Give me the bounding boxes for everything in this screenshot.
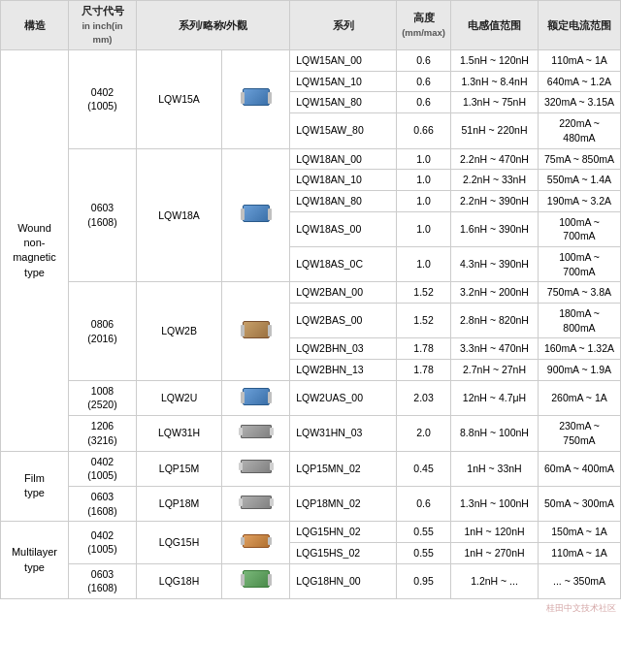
part-name-cell: LQW2BHN_03 [290, 338, 397, 360]
chip-image-cell [222, 50, 290, 148]
height-cell: 1.52 [397, 304, 451, 338]
height-cell: 0.55 [397, 522, 451, 543]
table-row: 0806 (2016)LQW2BLQW2BAN_001.523.2nH ~ 20… [1, 282, 621, 304]
chip-image-cell [222, 380, 290, 415]
inductance-cell: 2.2nH ~ 33nH [451, 170, 539, 191]
part-name-cell: LQP18MN_02 [290, 486, 397, 521]
chip-icon-blue [243, 388, 270, 405]
height-cell: 1.52 [397, 282, 451, 304]
current-cell: 160mA ~ 1.32A [539, 338, 621, 360]
current-cell: 230mA ~ 750mA [539, 416, 621, 451]
chip-image-cell [222, 282, 290, 380]
header-size-line2: in inch(in mm) [82, 20, 122, 46]
series-name-cell: LQG15H [137, 522, 222, 563]
current-cell: 640mA ~ 1.2A [539, 71, 621, 92]
part-name-cell: LQP15MN_02 [290, 451, 397, 486]
chip-image-cell [222, 416, 290, 451]
inductance-cell: 2.2nH ~ 390nH [451, 190, 539, 211]
current-cell: 260mA ~ 1A [539, 380, 621, 415]
table-row: 1206 (3216)LQW31HLQW31HN_032.08.8nH ~ 10… [1, 416, 621, 451]
header-category: 構造 [1, 1, 69, 50]
current-cell: 110mA ~ 1A [539, 542, 621, 563]
header-height-line2: (mm/max) [402, 27, 445, 38]
inductance-cell: 2.2nH ~ 470nH [451, 148, 539, 170]
chip-icon-orange [243, 534, 270, 548]
current-cell: 110mA ~ 1A [539, 50, 621, 72]
height-cell: 0.45 [397, 451, 451, 486]
size-cell: 0806 (2016) [69, 282, 137, 380]
part-name-cell: LQW2BHN_13 [290, 360, 397, 381]
current-cell: 100mA ~ 700mA [539, 211, 621, 246]
size-cell: 0603 (1608) [69, 148, 137, 282]
current-cell: 60mA ~ 400mA [539, 451, 621, 486]
series-name-cell: LQW31H [137, 416, 222, 451]
series-name-cell: LQW18A [137, 148, 222, 282]
inductance-cell: 3.2nH ~ 200nH [451, 282, 539, 304]
table-row: Wound non-magnetic type0402 (1005)LQW15A… [1, 50, 621, 72]
inductance-cell: 3.3nH ~ 470nH [451, 338, 539, 360]
size-cell: 0402 (1005) [69, 50, 137, 148]
chip-icon-blue [243, 205, 270, 222]
chip-icon-brown [243, 321, 270, 338]
current-cell: 550mA ~ 1.4A [539, 170, 621, 191]
series-name-cell: LQW2B [137, 282, 222, 380]
part-name-cell: LQG15HN_02 [290, 522, 397, 543]
chip-image-cell [222, 522, 290, 563]
inductance-cell: 4.3nH ~ 390nH [451, 246, 539, 281]
current-cell: 75mA ~ 850mA [539, 148, 621, 170]
inductance-cell: 1nH ~ 270nH [451, 542, 539, 563]
current-cell: 150mA ~ 1A [539, 522, 621, 543]
chip-icon-gray [241, 460, 272, 473]
header-size-line1: 尺寸代号 [82, 5, 124, 16]
part-name-cell: LQW2BAS_00 [290, 304, 397, 338]
inductance-cell: 2.7nH ~ 27nH [451, 360, 539, 381]
chip-icon-gray [241, 496, 272, 509]
table-row: 0603 (1608)LQP18MLQP18MN_020.61.3nH ~ 10… [1, 486, 621, 521]
header-series: 系列/略称/外觀 [137, 1, 290, 50]
series-name-cell: LQW15A [137, 50, 222, 148]
height-cell: 2.0 [397, 416, 451, 451]
height-cell: 1.78 [397, 360, 451, 381]
current-cell: 900mA ~ 1.9A [539, 360, 621, 381]
inductance-cell: 51nH ~ 220nH [451, 113, 539, 148]
inductance-cell: 1.5nH ~ 120nH [451, 50, 539, 72]
height-cell: 0.6 [397, 486, 451, 521]
inductance-cell: 2.8nH ~ 820nH [451, 304, 539, 338]
chip-image-cell [222, 486, 290, 521]
part-name-cell: LQG18HN_00 [290, 563, 397, 598]
header-inductance: 电感值范围 [451, 1, 539, 50]
series-name-cell: LQG18H [137, 563, 222, 598]
current-cell: 220mA ~ 480mA [539, 113, 621, 148]
table-row: 1008 (2520)LQW2ULQW2UAS_002.0312nH ~ 4.7… [1, 380, 621, 415]
part-name-cell: LQW15AW_80 [290, 113, 397, 148]
part-name-cell: LQW18AN_00 [290, 148, 397, 170]
table-row: Film type0402 (1005)LQP15MLQP15MN_020.45… [1, 451, 621, 486]
chip-icon-blue [243, 88, 270, 106]
height-cell: 1.78 [397, 338, 451, 360]
height-cell: 1.0 [397, 211, 451, 246]
size-cell: 1008 (2520) [69, 380, 137, 415]
current-cell: 320mA ~ 3.15A [539, 92, 621, 113]
inductor-table: 構造 尺寸代号 in inch(in mm) 系列/略称/外觀 系列 高度 (m… [0, 0, 621, 618]
part-name-cell: LQW18AS_0C [290, 246, 397, 281]
inductance-cell: 1.3nH ~ 75nH [451, 92, 539, 113]
part-name-cell: LQW15AN_00 [290, 50, 397, 72]
height-cell: 1.0 [397, 246, 451, 281]
header-height: 高度 (mm/max) [397, 1, 451, 50]
series-name-cell: LQP18M [137, 486, 222, 521]
current-cell: 750mA ~ 3.8A [539, 282, 621, 304]
current-cell: 190mA ~ 3.2A [539, 190, 621, 211]
inductance-cell: 1.3nH ~ 100nH [451, 486, 539, 521]
part-name-cell: LQW18AS_00 [290, 211, 397, 246]
inductance-cell: 1nH ~ 33nH [451, 451, 539, 486]
current-cell: 100mA ~ 700mA [539, 246, 621, 281]
height-cell: 1.0 [397, 170, 451, 191]
part-name-cell: LQW18AN_10 [290, 170, 397, 191]
height-cell: 0.95 [397, 563, 451, 598]
part-name-cell: LQW15AN_80 [290, 92, 397, 113]
height-cell: 0.6 [397, 92, 451, 113]
size-cell: 0603 (1608) [69, 486, 137, 521]
chip-image-cell [222, 563, 290, 598]
height-cell: 0.6 [397, 71, 451, 92]
part-name-cell: LQW31HN_03 [290, 416, 397, 451]
